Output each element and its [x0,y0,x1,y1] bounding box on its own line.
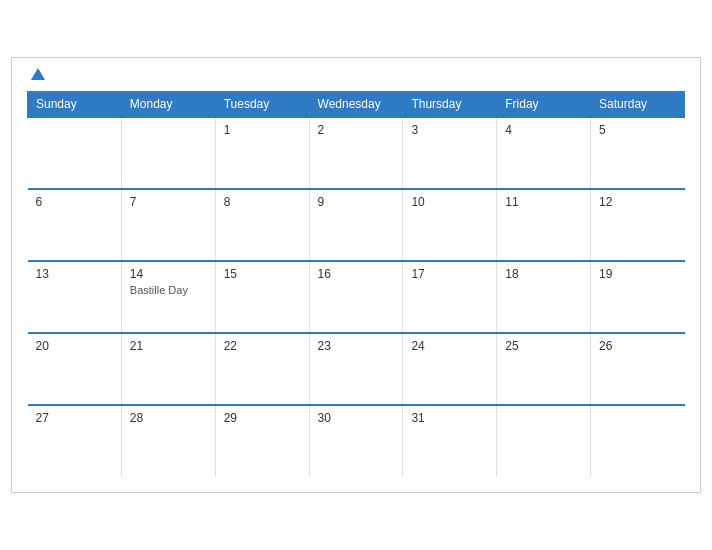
day-number: 26 [599,339,676,353]
calendar-cell: 17 [403,261,497,333]
week-row-0: 12345 [28,117,685,189]
calendar-cell: 15 [215,261,309,333]
day-number: 28 [130,411,207,425]
day-number: 21 [130,339,207,353]
calendar-cell: 31 [403,405,497,477]
logo [27,68,45,81]
weekday-header-saturday: Saturday [591,92,685,118]
calendar-cell: 25 [497,333,591,405]
calendar-cell: 12 [591,189,685,261]
calendar-cell: 21 [121,333,215,405]
day-number: 30 [318,411,395,425]
day-number: 17 [411,267,488,281]
weekday-header-friday: Friday [497,92,591,118]
calendar-cell: 1 [215,117,309,189]
day-number: 22 [224,339,301,353]
calendar-cell: 19 [591,261,685,333]
logo-triangle-icon [31,68,45,80]
day-number: 7 [130,195,207,209]
calendar-cell: 29 [215,405,309,477]
day-number: 18 [505,267,582,281]
calendar-cell: 28 [121,405,215,477]
day-number: 2 [318,123,395,137]
calendar-cell: 22 [215,333,309,405]
day-number: 14 [130,267,207,281]
calendar-cell: 10 [403,189,497,261]
weekday-header-monday: Monday [121,92,215,118]
calendar-cell: 6 [28,189,122,261]
weekday-header-wednesday: Wednesday [309,92,403,118]
day-number: 13 [36,267,113,281]
calendar-cell [28,117,122,189]
calendar-cell: 9 [309,189,403,261]
day-number: 19 [599,267,676,281]
day-number: 1 [224,123,301,137]
calendar-cell: 5 [591,117,685,189]
day-number: 15 [224,267,301,281]
calendar-cell: 3 [403,117,497,189]
calendar-table: SundayMondayTuesdayWednesdayThursdayFrid… [27,91,685,477]
day-number: 23 [318,339,395,353]
day-number: 10 [411,195,488,209]
day-number: 5 [599,123,676,137]
day-number: 29 [224,411,301,425]
calendar-cell [497,405,591,477]
calendar-header [27,68,685,81]
day-number: 20 [36,339,113,353]
calendar-cell [591,405,685,477]
calendar-container: SundayMondayTuesdayWednesdayThursdayFrid… [11,57,701,493]
day-number: 25 [505,339,582,353]
calendar-cell: 7 [121,189,215,261]
weekday-header-tuesday: Tuesday [215,92,309,118]
day-number: 16 [318,267,395,281]
calendar-cell: 11 [497,189,591,261]
weekday-header-row: SundayMondayTuesdayWednesdayThursdayFrid… [28,92,685,118]
calendar-cell: 20 [28,333,122,405]
calendar-cell: 27 [28,405,122,477]
day-number: 6 [36,195,113,209]
calendar-cell: 8 [215,189,309,261]
day-number: 3 [411,123,488,137]
week-row-2: 1314Bastille Day1516171819 [28,261,685,333]
calendar-cell [121,117,215,189]
day-event: Bastille Day [130,284,207,296]
day-number: 4 [505,123,582,137]
calendar-cell: 24 [403,333,497,405]
day-number: 12 [599,195,676,209]
calendar-cell: 26 [591,333,685,405]
week-row-3: 20212223242526 [28,333,685,405]
calendar-cell: 23 [309,333,403,405]
logo-blue-text [27,68,45,81]
calendar-cell: 2 [309,117,403,189]
calendar-cell: 14Bastille Day [121,261,215,333]
calendar-cell: 16 [309,261,403,333]
calendar-cell: 18 [497,261,591,333]
calendar-cell: 30 [309,405,403,477]
week-row-4: 2728293031 [28,405,685,477]
calendar-cell: 13 [28,261,122,333]
day-number: 11 [505,195,582,209]
day-number: 24 [411,339,488,353]
day-number: 9 [318,195,395,209]
weekday-header-thursday: Thursday [403,92,497,118]
day-number: 8 [224,195,301,209]
weekday-header-sunday: Sunday [28,92,122,118]
week-row-1: 6789101112 [28,189,685,261]
day-number: 27 [36,411,113,425]
calendar-cell: 4 [497,117,591,189]
day-number: 31 [411,411,488,425]
